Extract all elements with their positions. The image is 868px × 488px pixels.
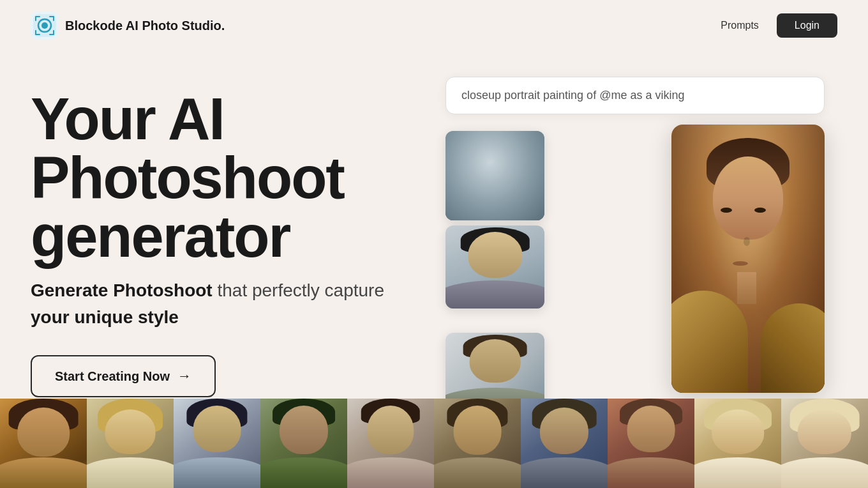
hero-subtitle: Generate Photoshoot that perfectly captu… — [31, 277, 426, 331]
gallery-item — [608, 399, 694, 488]
hero-title-line3: generator — [31, 204, 290, 269]
svg-point-3 — [41, 22, 48, 29]
cta-label: Start Creating Now — [55, 369, 170, 384]
subtitle-that: that perfectly capture — [217, 280, 384, 300]
logo-icon — [31, 11, 59, 40]
gallery-item — [347, 399, 434, 488]
start-creating-button[interactable]: Start Creating Now → — [31, 355, 216, 397]
hero-title-line1: Your AI — [31, 86, 224, 151]
photo-collage — [445, 112, 825, 386]
logo-text: Blockode AI Photo Studio. — [65, 19, 225, 33]
small-photo-1 — [445, 131, 544, 220]
hero-left: Your AI Photoshoot generator Generate Ph… — [31, 77, 426, 397]
gallery-item — [260, 399, 347, 488]
prompt-display: closeup portrait painting of @me as a vi… — [445, 77, 825, 114]
nav-actions: Prompts Login — [721, 13, 837, 38]
prompts-link[interactable]: Prompts — [721, 20, 759, 31]
hero-right: closeup portrait painting of @me as a vi… — [426, 77, 837, 383]
hero-section: Your AI Photoshoot generator Generate Ph… — [0, 51, 868, 409]
logo[interactable]: Blockode AI Photo Studio. — [31, 11, 225, 40]
gallery-item — [434, 399, 521, 488]
small-photo-2 — [445, 225, 544, 309]
subtitle-highlight: your unique style — [31, 307, 179, 327]
arrow-right-icon: → — [177, 368, 191, 385]
gallery-item — [694, 399, 781, 488]
small-photo-cluster — [445, 131, 544, 397]
gallery-strip — [0, 399, 868, 488]
gallery-item — [781, 399, 868, 488]
gallery-item — [87, 399, 174, 488]
prompt-text: closeup portrait painting of @me as a vi… — [461, 89, 684, 102]
subtitle-generate: Generate Photoshoot — [31, 280, 213, 300]
navbar: Blockode AI Photo Studio. Prompts Login — [0, 0, 868, 51]
gallery-item — [0, 399, 87, 488]
hero-title: Your AI Photoshoot generator — [31, 89, 426, 266]
main-portrait — [671, 125, 825, 393]
gallery-item — [174, 399, 260, 488]
login-button[interactable]: Login — [777, 13, 837, 38]
gallery-item — [521, 399, 608, 488]
hero-title-line2: Photoshoot — [31, 145, 344, 210]
